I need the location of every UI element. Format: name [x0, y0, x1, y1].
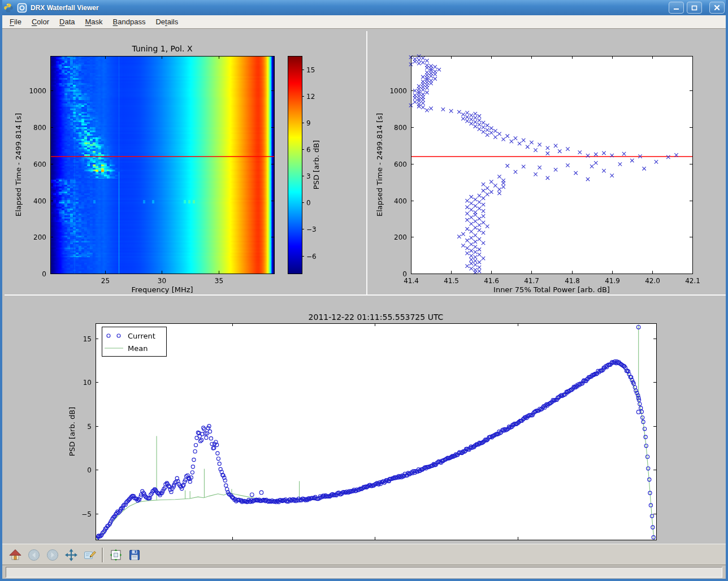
status-field	[6, 567, 722, 578]
menu-item-file[interactable]: File	[5, 16, 27, 28]
menu-item-color[interactable]: Color	[27, 16, 54, 28]
configure-subplots-button[interactable]	[106, 546, 125, 564]
configure-subplots-icon	[109, 548, 123, 562]
toolbar-separator	[102, 548, 103, 562]
home-button[interactable]	[6, 546, 24, 564]
menu-item-mask[interactable]: Mask	[80, 16, 108, 28]
back-icon	[27, 548, 41, 562]
spectrum-plot[interactable]	[5, 296, 728, 544]
home-icon	[8, 548, 22, 562]
waterfall-plot[interactable]	[5, 31, 366, 294]
status-bar	[2, 565, 726, 579]
minimize-button[interactable]	[669, 2, 684, 14]
back-button[interactable]	[24, 546, 43, 564]
close-icon	[714, 5, 720, 11]
plot-toolbar	[2, 544, 726, 565]
window-border-bottom	[0, 579, 728, 581]
menu-item-data[interactable]: Data	[54, 16, 80, 28]
zoom-rect-button[interactable]	[80, 546, 99, 564]
panel-divider-horizontal	[5, 294, 728, 296]
menu-item-bandpass[interactable]: Bandpass	[108, 16, 151, 28]
app-window: DRX Waterfall Viewer FileColorDataMaskBa…	[0, 0, 728, 581]
maximize-icon	[691, 5, 697, 11]
menubar: FileColorDataMaskBandpassDetails	[0, 15, 728, 29]
pan-button[interactable]	[62, 546, 80, 564]
app-icon	[17, 3, 27, 13]
maximize-button[interactable]	[687, 2, 702, 14]
pan-icon	[64, 548, 78, 562]
plot-area	[2, 29, 726, 544]
save-button[interactable]	[125, 546, 144, 564]
forward-button[interactable]	[43, 546, 62, 564]
total-power-plot[interactable]	[367, 31, 728, 294]
zoom-rect-icon	[83, 548, 97, 562]
close-button[interactable]	[709, 2, 725, 14]
menu-item-details[interactable]: Details	[150, 16, 183, 28]
python-icon	[3, 3, 14, 13]
save-icon	[128, 548, 141, 562]
titlebar[interactable]: DRX Waterfall Viewer	[0, 0, 728, 15]
minimize-icon	[673, 5, 679, 10]
panel-divider-vertical	[366, 31, 367, 294]
forward-icon	[46, 548, 59, 562]
window-title: DRX Waterfall Viewer	[31, 4, 669, 12]
